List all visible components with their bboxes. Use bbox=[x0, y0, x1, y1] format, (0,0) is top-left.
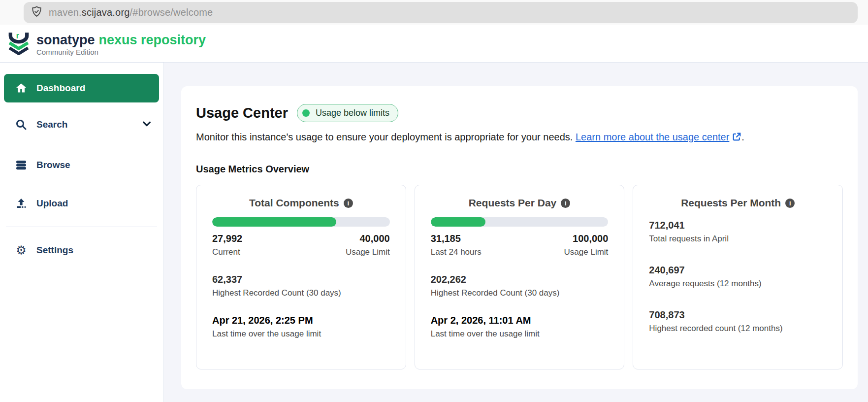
page-title: Usage Center bbox=[196, 105, 288, 121]
external-link-icon bbox=[732, 131, 741, 145]
metric-value: Apr 21, 2026, 2:25 PM bbox=[212, 315, 390, 326]
status-badge: Usage below limits bbox=[297, 104, 398, 122]
card-requests-per-month: Requests Per Month i 712,041 Total reque… bbox=[633, 185, 843, 369]
sonatype-logo[interactable]: r sonatypenexus repository Community Edi… bbox=[7, 31, 206, 57]
highest-count-stat: 62,337 Highest Recorded Count (30 days) bbox=[212, 274, 390, 298]
current-metric: 27,992 Current bbox=[212, 233, 242, 257]
edition-label: Community Edition bbox=[36, 48, 206, 56]
info-icon[interactable]: i bbox=[785, 199, 795, 208]
brand-title: sonatypenexus repository bbox=[36, 33, 206, 47]
highest-count-stat: 202,262 Highest Recorded Count (30 days) bbox=[431, 274, 609, 298]
upload-icon bbox=[15, 197, 28, 210]
sidebar-item-label: Settings bbox=[36, 245, 152, 256]
status-dot-icon bbox=[302, 109, 310, 117]
limit-metric: 40,000 Usage Limit bbox=[346, 233, 390, 257]
search-icon bbox=[15, 118, 28, 131]
metric-value: Apr 2, 2026, 11:01 AM bbox=[431, 315, 609, 326]
sidebar-item-label: Upload bbox=[36, 198, 152, 209]
metric-label: Highest Recorded Count (30 days) bbox=[431, 288, 609, 298]
section-title: Usage Metrics Overview bbox=[196, 164, 843, 175]
sidebar: Dashboard Search Browse bbox=[0, 63, 163, 402]
metric-value: 100,000 bbox=[564, 233, 609, 244]
metric-label: Highest recorded count (12 months) bbox=[649, 324, 827, 334]
gear-icon: ⚙ bbox=[15, 244, 28, 257]
metric-label: Total requests in April bbox=[649, 234, 827, 244]
metric-label: Usage Limit bbox=[564, 247, 609, 257]
site-security-shield-icon[interactable] bbox=[31, 5, 43, 20]
last-over-limit-stat: Apr 2, 2026, 11:01 AM Last time over the… bbox=[431, 315, 609, 339]
metric-value: 708,873 bbox=[649, 309, 827, 321]
database-icon bbox=[15, 159, 28, 171]
metric-label: Last time over the usage limit bbox=[431, 329, 609, 339]
main-content-area: Usage Center Usage below limits Monitor … bbox=[164, 63, 868, 402]
card-title: Requests Per Month bbox=[681, 197, 781, 209]
progress-fill bbox=[431, 217, 486, 227]
current-metric: 31,185 Last 24 hours bbox=[431, 233, 482, 257]
url-bar[interactable]: maven.scijava.org/#browse/welcome bbox=[24, 2, 858, 23]
metric-value: 202,262 bbox=[431, 274, 609, 285]
sidebar-item-label: Search bbox=[36, 119, 141, 130]
info-icon[interactable]: i bbox=[561, 199, 570, 208]
learn-more-link[interactable]: Learn more about the usage center bbox=[576, 132, 729, 142]
progress-fill bbox=[212, 217, 336, 227]
spacer bbox=[0, 179, 163, 189]
sidebar-item-label: Dashboard bbox=[36, 83, 152, 94]
sidebar-item-label: Browse bbox=[36, 160, 152, 170]
metric-value: 712,041 bbox=[649, 220, 827, 231]
total-requests-stat: 712,041 Total requests in April bbox=[649, 220, 827, 244]
spacer bbox=[0, 102, 163, 110]
url-text: maven.scijava.org/#browse/welcome bbox=[49, 7, 213, 18]
metric-value: 27,992 bbox=[212, 233, 242, 244]
sidebar-item-search[interactable]: Search bbox=[4, 110, 159, 139]
progress-bar bbox=[431, 217, 609, 227]
browser-toolbar: maven.scijava.org/#browse/welcome bbox=[0, 0, 868, 25]
usage-description: Monitor this instance's usage to ensure … bbox=[196, 130, 843, 145]
metric-label: Average requests (12 months) bbox=[649, 279, 827, 289]
sidebar-item-settings[interactable]: ⚙ Settings bbox=[4, 236, 159, 265]
metric-value: 31,185 bbox=[431, 233, 482, 244]
card-title: Total Components bbox=[249, 197, 339, 209]
svg-text:r: r bbox=[16, 32, 19, 40]
metric-label: Last time over the usage limit bbox=[212, 329, 390, 339]
sidebar-item-upload[interactable]: Upload bbox=[4, 189, 159, 218]
metric-label: Last 24 hours bbox=[431, 247, 482, 257]
sidebar-divider bbox=[6, 227, 157, 227]
description-text: Monitor this instance's usage to ensure … bbox=[196, 132, 573, 142]
info-icon[interactable]: i bbox=[344, 199, 353, 208]
spacer bbox=[0, 139, 163, 151]
limit-metric: 100,000 Usage Limit bbox=[564, 233, 609, 257]
metric-label: Usage Limit bbox=[346, 247, 390, 257]
card-title: Requests Per Day bbox=[469, 197, 557, 209]
sonatype-logo-mark-icon: r bbox=[7, 31, 31, 57]
sidebar-item-dashboard[interactable]: Dashboard bbox=[4, 74, 159, 102]
usage-metric-cards: Total Components i 27,992 Current 40,000… bbox=[196, 185, 843, 369]
status-badge-label: Usage below limits bbox=[316, 108, 389, 118]
app-header: r sonatypenexus repository Community Edi… bbox=[0, 25, 868, 63]
last-over-limit-stat: Apr 21, 2026, 2:25 PM Last time over the… bbox=[212, 315, 390, 339]
metric-value: 40,000 bbox=[346, 233, 390, 244]
average-requests-stat: 240,697 Average requests (12 months) bbox=[649, 265, 827, 289]
metric-label: Highest Recorded Count (30 days) bbox=[212, 288, 390, 298]
card-requests-per-day: Requests Per Day i 31,185 Last 24 hours … bbox=[415, 185, 625, 369]
progress-bar bbox=[212, 217, 390, 227]
highest-count-stat: 708,873 Highest recorded count (12 month… bbox=[649, 309, 827, 334]
usage-center-panel: Usage Center Usage below limits Monitor … bbox=[181, 86, 858, 389]
sidebar-item-browse[interactable]: Browse bbox=[4, 151, 159, 179]
card-total-components: Total Components i 27,992 Current 40,000… bbox=[196, 185, 406, 369]
metric-value: 62,337 bbox=[212, 274, 390, 285]
home-icon bbox=[15, 82, 28, 95]
metric-label: Current bbox=[212, 247, 242, 257]
metric-value: 240,697 bbox=[649, 265, 827, 276]
sentence-period: . bbox=[741, 132, 744, 142]
chevron-down-icon bbox=[141, 118, 152, 131]
